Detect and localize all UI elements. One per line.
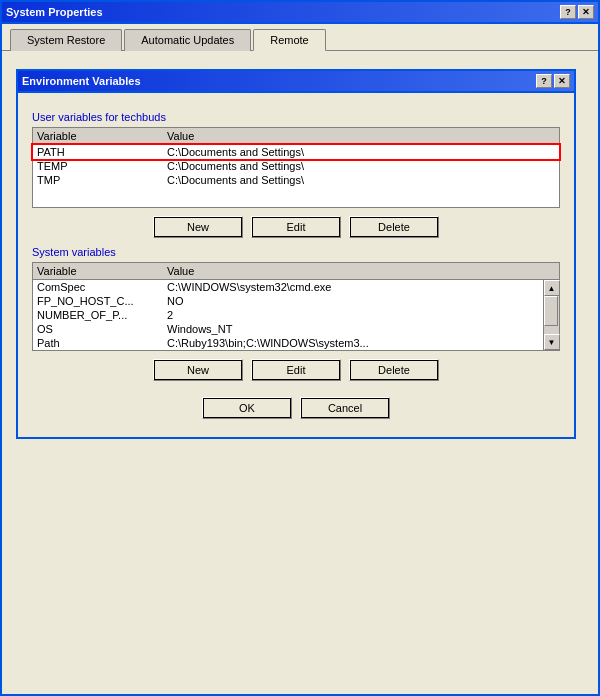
ok-button[interactable]: OK bbox=[202, 397, 292, 419]
environment-variables-dialog: Environment Variables ? ✕ User variables… bbox=[16, 69, 576, 439]
scroll-down-button[interactable]: ▼ bbox=[544, 334, 560, 350]
system-row-path-variable: Path bbox=[37, 337, 167, 349]
system-delete-button[interactable]: Delete bbox=[349, 359, 439, 381]
outer-close-button[interactable]: ✕ bbox=[578, 5, 594, 19]
scroll-up-button[interactable]: ▲ bbox=[544, 280, 560, 296]
system-table-wrapper: ComSpec C:\WINDOWS\system32\cmd.exe FP_N… bbox=[33, 280, 559, 350]
outer-titlebar-buttons: ? ✕ bbox=[560, 5, 594, 19]
system-buttons-row: New Edit Delete bbox=[32, 359, 560, 381]
user-row-path-variable: PATH bbox=[37, 146, 167, 158]
inner-dialog-title: Environment Variables bbox=[22, 75, 536, 87]
system-row-path[interactable]: Path C:\Ruby193\bin;C:\WINDOWS\system3..… bbox=[33, 336, 543, 350]
user-row-path[interactable]: PATH C:\Documents and Settings\ bbox=[33, 145, 559, 159]
system-row-os-variable: OS bbox=[37, 323, 167, 335]
user-row-tmp-variable: TMP bbox=[37, 174, 167, 186]
system-table-header: Variable Value bbox=[33, 263, 559, 280]
system-row-fpnohost[interactable]: FP_NO_HOST_C... NO bbox=[33, 294, 543, 308]
tab-remote[interactable]: Remote bbox=[253, 29, 326, 51]
user-table-header: Variable Value bbox=[33, 128, 559, 145]
system-row-os[interactable]: OS Windows_NT bbox=[33, 322, 543, 336]
system-scrollbar[interactable]: ▲ ▼ bbox=[543, 280, 559, 350]
system-table-content: ComSpec C:\WINDOWS\system32\cmd.exe FP_N… bbox=[33, 280, 543, 350]
system-row-numproc-value: 2 bbox=[167, 309, 539, 321]
system-row-comspec-value: C:\WINDOWS\system32\cmd.exe bbox=[167, 281, 539, 293]
scrollbar-thumb[interactable] bbox=[544, 296, 558, 326]
user-buttons-row: New Edit Delete bbox=[32, 216, 560, 238]
tabs-row: System Restore Automatic Updates Remote bbox=[2, 28, 598, 51]
system-variables-label: System variables bbox=[32, 246, 560, 258]
system-value-column-header: Value bbox=[167, 265, 555, 277]
outer-window-title: System Properties bbox=[6, 6, 560, 18]
user-variables-table: Variable Value PATH C:\Documents and Set… bbox=[32, 127, 560, 208]
inner-titlebar-buttons: ? ✕ bbox=[536, 74, 570, 88]
scrollbar-thumb-area bbox=[544, 296, 559, 334]
system-new-button[interactable]: New bbox=[153, 359, 243, 381]
system-properties-window: System Properties ? ✕ System Restore Aut… bbox=[0, 0, 600, 696]
system-row-path-value: C:\Ruby193\bin;C:\WINDOWS\system3... bbox=[167, 337, 539, 349]
user-value-column-header: Value bbox=[167, 130, 555, 142]
inner-help-button[interactable]: ? bbox=[536, 74, 552, 88]
system-row-comspec-variable: ComSpec bbox=[37, 281, 167, 293]
inner-close-button[interactable]: ✕ bbox=[554, 74, 570, 88]
system-variable-column-header: Variable bbox=[37, 265, 167, 277]
system-row-fpnohost-value: NO bbox=[167, 295, 539, 307]
tab-automatic-updates[interactable]: Automatic Updates bbox=[124, 29, 251, 51]
outer-titlebar: System Properties ? ✕ bbox=[2, 2, 598, 22]
user-row-path-value: C:\Documents and Settings\ bbox=[167, 146, 555, 158]
system-row-numproc-variable: NUMBER_OF_P... bbox=[37, 309, 167, 321]
bottom-buttons-row: OK Cancel bbox=[32, 389, 560, 427]
user-variables-label: User variables for techbuds bbox=[32, 111, 560, 123]
system-row-fpnohost-variable: FP_NO_HOST_C... bbox=[37, 295, 167, 307]
cancel-button[interactable]: Cancel bbox=[300, 397, 390, 419]
user-row-tmp[interactable]: TMP C:\Documents and Settings\ bbox=[33, 173, 559, 187]
outer-help-button[interactable]: ? bbox=[560, 5, 576, 19]
inner-dialog-content: User variables for techbuds Variable Val… bbox=[18, 93, 574, 437]
user-variable-column-header: Variable bbox=[37, 130, 167, 142]
user-row-tmp-value: C:\Documents and Settings\ bbox=[167, 174, 555, 186]
user-new-button[interactable]: New bbox=[153, 216, 243, 238]
system-row-os-value: Windows_NT bbox=[167, 323, 539, 335]
inner-titlebar: Environment Variables ? ✕ bbox=[18, 71, 574, 91]
system-variables-table: Variable Value ComSpec C:\WINDOWS\system… bbox=[32, 262, 560, 351]
system-row-comspec[interactable]: ComSpec C:\WINDOWS\system32\cmd.exe bbox=[33, 280, 543, 294]
system-edit-button[interactable]: Edit bbox=[251, 359, 341, 381]
system-row-numproc[interactable]: NUMBER_OF_P... 2 bbox=[33, 308, 543, 322]
user-edit-button[interactable]: Edit bbox=[251, 216, 341, 238]
user-row-temp-variable: TEMP bbox=[37, 160, 167, 172]
user-delete-button[interactable]: Delete bbox=[349, 216, 439, 238]
user-row-temp-value: C:\Documents and Settings\ bbox=[167, 160, 555, 172]
tab-system-restore[interactable]: System Restore bbox=[10, 29, 122, 51]
user-row-temp[interactable]: TEMP C:\Documents and Settings\ bbox=[33, 159, 559, 173]
